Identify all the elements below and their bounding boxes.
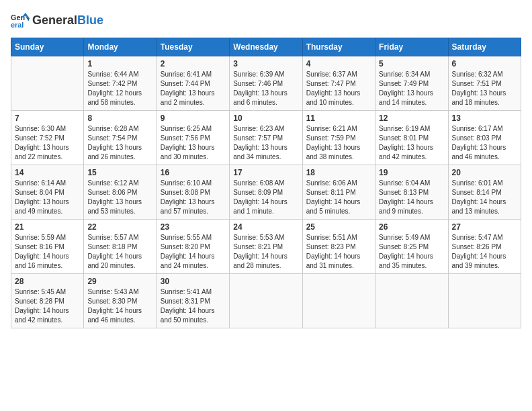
logo: Gen eral GeneralBlue (11, 11, 103, 30)
calendar-cell: 2Sunrise: 6:41 AM Sunset: 7:44 PM Daylig… (157, 56, 229, 111)
day-number: 18 (306, 168, 371, 177)
calendar-cell: 17Sunrise: 6:08 AM Sunset: 8:09 PM Dayli… (230, 165, 302, 220)
generalblue-logo-icon: Gen eral (11, 11, 30, 30)
day-details: Sunrise: 5:45 AM Sunset: 8:28 PM Dayligh… (15, 287, 80, 325)
calendar-cell (375, 274, 448, 328)
calendar-cell: 13Sunrise: 6:17 AM Sunset: 8:03 PM Dayli… (448, 111, 521, 165)
day-details: Sunrise: 6:37 AM Sunset: 7:47 PM Dayligh… (306, 70, 371, 107)
calendar-cell: 5Sunrise: 6:34 AM Sunset: 7:49 PM Daylig… (375, 56, 448, 111)
day-details: Sunrise: 5:55 AM Sunset: 8:20 PM Dayligh… (161, 233, 226, 271)
day-number: 5 (379, 59, 444, 68)
calendar-cell (302, 274, 375, 328)
svg-text:eral: eral (11, 21, 24, 29)
calendar-cell: 16Sunrise: 6:10 AM Sunset: 8:08 PM Dayli… (157, 165, 229, 220)
day-number: 8 (87, 113, 152, 123)
day-details: Sunrise: 6:04 AM Sunset: 8:13 PM Dayligh… (379, 179, 444, 216)
calendar-week-row: 1Sunrise: 6:44 AM Sunset: 7:42 PM Daylig… (11, 56, 521, 111)
day-details: Sunrise: 6:25 AM Sunset: 7:56 PM Dayligh… (161, 124, 226, 162)
calendar-cell: 30Sunrise: 5:41 AM Sunset: 8:31 PM Dayli… (157, 274, 229, 328)
page-header: Gen eral GeneralBlue (11, 11, 521, 30)
calendar-cell: 23Sunrise: 5:55 AM Sunset: 8:20 PM Dayli… (157, 220, 229, 274)
calendar-cell: 12Sunrise: 6:19 AM Sunset: 8:01 PM Dayli… (375, 111, 448, 165)
day-number: 28 (15, 277, 80, 286)
day-number: 16 (161, 168, 226, 177)
day-number: 26 (379, 222, 444, 232)
day-details: Sunrise: 5:43 AM Sunset: 8:30 PM Dayligh… (87, 287, 152, 325)
day-number: 21 (15, 222, 80, 232)
calendar-week-row: 21Sunrise: 5:59 AM Sunset: 8:16 PM Dayli… (11, 220, 521, 274)
calendar-cell: 24Sunrise: 5:53 AM Sunset: 8:21 PM Dayli… (230, 220, 302, 274)
calendar-body: 1Sunrise: 6:44 AM Sunset: 7:42 PM Daylig… (11, 56, 521, 328)
logo-text-general: General (32, 13, 77, 27)
calendar-header: SundayMondayTuesdayWednesdayThursdayFrid… (11, 38, 521, 56)
day-number: 10 (233, 113, 298, 123)
calendar-cell: 21Sunrise: 5:59 AM Sunset: 8:16 PM Dayli… (11, 220, 84, 274)
day-number: 7 (15, 113, 80, 123)
calendar-cell: 7Sunrise: 6:30 AM Sunset: 7:52 PM Daylig… (11, 111, 84, 165)
day-number: 17 (233, 168, 298, 177)
day-number: 1 (87, 59, 152, 68)
calendar-week-row: 7Sunrise: 6:30 AM Sunset: 7:52 PM Daylig… (11, 111, 521, 165)
day-number: 25 (306, 222, 371, 232)
day-details: Sunrise: 5:47 AM Sunset: 8:26 PM Dayligh… (452, 233, 517, 271)
day-number: 29 (87, 277, 152, 286)
day-details: Sunrise: 6:32 AM Sunset: 7:51 PM Dayligh… (452, 70, 517, 107)
day-details: Sunrise: 6:28 AM Sunset: 7:54 PM Dayligh… (87, 124, 152, 162)
weekday-header-saturday: Saturday (448, 38, 521, 56)
day-number: 13 (452, 113, 517, 123)
calendar-cell: 9Sunrise: 6:25 AM Sunset: 7:56 PM Daylig… (157, 111, 229, 165)
day-number: 3 (233, 59, 298, 68)
day-details: Sunrise: 5:59 AM Sunset: 8:16 PM Dayligh… (15, 233, 80, 271)
day-details: Sunrise: 6:14 AM Sunset: 8:04 PM Dayligh… (15, 179, 80, 216)
calendar-cell (230, 274, 302, 328)
day-details: Sunrise: 6:39 AM Sunset: 7:46 PM Dayligh… (233, 70, 298, 107)
logo-text-blue: Blue (77, 13, 103, 27)
day-details: Sunrise: 6:17 AM Sunset: 8:03 PM Dayligh… (452, 124, 517, 162)
day-details: Sunrise: 6:44 AM Sunset: 7:42 PM Dayligh… (87, 70, 152, 107)
calendar-cell: 29Sunrise: 5:43 AM Sunset: 8:30 PM Dayli… (84, 274, 157, 328)
day-details: Sunrise: 6:10 AM Sunset: 8:08 PM Dayligh… (161, 179, 226, 216)
calendar-cell (448, 274, 521, 328)
calendar-table: SundayMondayTuesdayWednesdayThursdayFrid… (11, 38, 521, 328)
day-details: Sunrise: 6:06 AM Sunset: 8:11 PM Dayligh… (306, 179, 371, 216)
calendar-cell: 25Sunrise: 5:51 AM Sunset: 8:23 PM Dayli… (302, 220, 375, 274)
calendar-cell: 26Sunrise: 5:49 AM Sunset: 8:25 PM Dayli… (375, 220, 448, 274)
weekday-header-tuesday: Tuesday (157, 38, 229, 56)
calendar-cell: 15Sunrise: 6:12 AM Sunset: 8:06 PM Dayli… (84, 165, 157, 220)
day-number: 22 (87, 222, 152, 232)
day-details: Sunrise: 6:34 AM Sunset: 7:49 PM Dayligh… (379, 70, 444, 107)
day-details: Sunrise: 6:08 AM Sunset: 8:09 PM Dayligh… (233, 179, 298, 216)
day-number: 2 (161, 59, 226, 68)
calendar-cell: 19Sunrise: 6:04 AM Sunset: 8:13 PM Dayli… (375, 165, 448, 220)
calendar-cell: 11Sunrise: 6:21 AM Sunset: 7:59 PM Dayli… (302, 111, 375, 165)
calendar-cell: 20Sunrise: 6:01 AM Sunset: 8:14 PM Dayli… (448, 165, 521, 220)
calendar-week-row: 28Sunrise: 5:45 AM Sunset: 8:28 PM Dayli… (11, 274, 521, 328)
day-details: Sunrise: 5:51 AM Sunset: 8:23 PM Dayligh… (306, 233, 371, 271)
day-number: 19 (379, 168, 444, 177)
day-details: Sunrise: 6:12 AM Sunset: 8:06 PM Dayligh… (87, 179, 152, 216)
day-details: Sunrise: 5:57 AM Sunset: 8:18 PM Dayligh… (87, 233, 152, 271)
calendar-cell: 3Sunrise: 6:39 AM Sunset: 7:46 PM Daylig… (230, 56, 302, 111)
calendar-cell: 6Sunrise: 6:32 AM Sunset: 7:51 PM Daylig… (448, 56, 521, 111)
calendar-cell: 1Sunrise: 6:44 AM Sunset: 7:42 PM Daylig… (84, 56, 157, 111)
calendar-cell: 4Sunrise: 6:37 AM Sunset: 7:47 PM Daylig… (302, 56, 375, 111)
day-number: 11 (306, 113, 371, 123)
calendar-week-row: 14Sunrise: 6:14 AM Sunset: 8:04 PM Dayli… (11, 165, 521, 220)
calendar-cell: 27Sunrise: 5:47 AM Sunset: 8:26 PM Dayli… (448, 220, 521, 274)
day-details: Sunrise: 6:01 AM Sunset: 8:14 PM Dayligh… (452, 179, 517, 216)
day-number: 4 (306, 59, 371, 68)
day-details: Sunrise: 6:30 AM Sunset: 7:52 PM Dayligh… (15, 124, 80, 162)
day-number: 6 (452, 59, 517, 68)
calendar-cell: 14Sunrise: 6:14 AM Sunset: 8:04 PM Dayli… (11, 165, 84, 220)
day-details: Sunrise: 6:23 AM Sunset: 7:57 PM Dayligh… (233, 124, 298, 162)
day-number: 27 (452, 222, 517, 232)
day-number: 12 (379, 113, 444, 123)
day-details: Sunrise: 6:41 AM Sunset: 7:44 PM Dayligh… (161, 70, 226, 107)
calendar-cell: 10Sunrise: 6:23 AM Sunset: 7:57 PM Dayli… (230, 111, 302, 165)
calendar-cell: 18Sunrise: 6:06 AM Sunset: 8:11 PM Dayli… (302, 165, 375, 220)
day-number: 14 (15, 168, 80, 177)
weekday-header-thursday: Thursday (302, 38, 375, 56)
header-row: SundayMondayTuesdayWednesdayThursdayFrid… (11, 38, 521, 56)
calendar-cell: 22Sunrise: 5:57 AM Sunset: 8:18 PM Dayli… (84, 220, 157, 274)
day-details: Sunrise: 5:53 AM Sunset: 8:21 PM Dayligh… (233, 233, 298, 271)
